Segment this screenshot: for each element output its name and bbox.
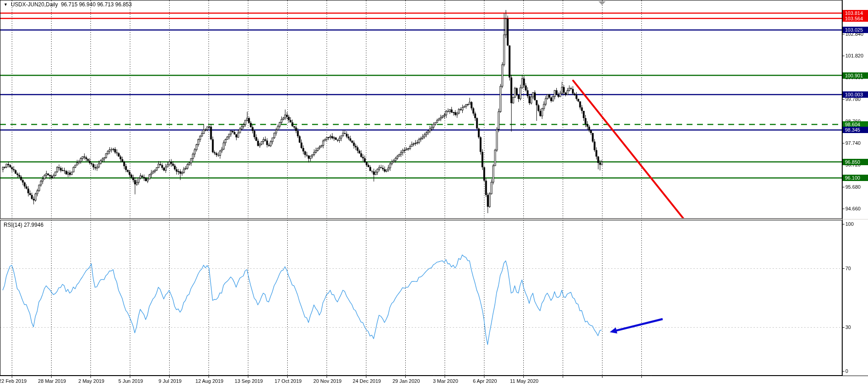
hline-price-label: 96.100: [843, 175, 868, 181]
date-label: 12 Aug 2019: [195, 378, 223, 384]
hline-price-label: 100.003: [843, 91, 868, 98]
date-label: 3 Mar 2020: [433, 378, 458, 384]
date-label: 13 Sep 2019: [235, 378, 263, 384]
date-label: 17 Oct 2019: [275, 378, 302, 384]
hline-price-label: 96.850: [843, 159, 868, 165]
date-label: 9 Jul 2019: [159, 378, 182, 384]
hline-price-label: 98.345: [843, 127, 868, 133]
date-label: 28 Mar 2019: [38, 378, 66, 384]
date-label: 6 Apr 2020: [473, 378, 497, 384]
date-label: 5 Jun 2019: [119, 378, 143, 384]
date-label: 22 Feb 2019: [0, 378, 27, 384]
hline-price-label: 103.025: [843, 27, 868, 33]
date-label: 29 Jan 2020: [393, 378, 420, 384]
date-label: 2 May 2019: [78, 378, 104, 384]
rsi-tick-label: 30: [845, 324, 867, 330]
hline-price-label: 103.564: [843, 15, 868, 22]
date-label: 11 May 2020: [510, 378, 539, 384]
rsi-tick-label: 100: [845, 221, 867, 227]
price-tick-label: 101.820: [845, 53, 867, 58]
rsi-tick-label: 0: [845, 368, 867, 374]
ohlc-values-label: 96.715 96.940 96.713 96.853: [61, 1, 132, 8]
hline-price-label: 100.901: [843, 72, 868, 79]
chart-title: ▼USDX-JUN20,Daily 96.715 96.940 96.713 9…: [4, 1, 132, 8]
price-tick-label: 94.660: [845, 206, 867, 211]
chart-window: ▼USDX-JUN20,Daily 96.715 96.940 96.713 9…: [0, 0, 868, 386]
price-tick-label: 97.740: [845, 140, 867, 146]
price-chart-canvas[interactable]: [0, 0, 868, 386]
price-tick-label: 95.680: [845, 184, 867, 190]
symbol-dropdown-icon[interactable]: ▼: [4, 2, 8, 7]
rsi-indicator-label: RSI(14) 27.9946: [4, 222, 43, 228]
title-spacer: [58, 1, 61, 8]
rsi-tick-label: 70: [845, 266, 867, 271]
date-label: 20 Nov 2019: [313, 378, 342, 384]
symbol-period-label: USDX-JUN20,Daily: [11, 1, 58, 8]
date-label: 24 Dec 2019: [353, 378, 381, 384]
